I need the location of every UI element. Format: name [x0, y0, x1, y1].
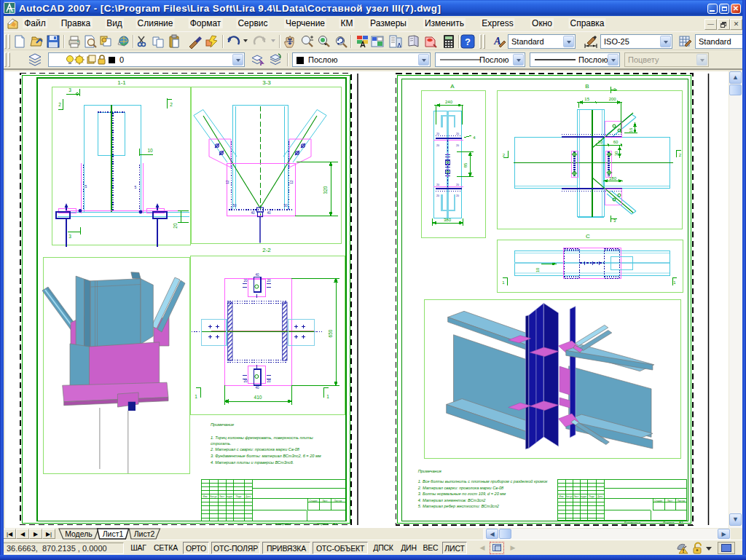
svg-text:Примечание: Примечание — [211, 422, 234, 427]
svg-text:5: 5 — [135, 185, 137, 189]
svg-text:12: 12 — [226, 180, 229, 184]
svg-text:50: 50 — [283, 204, 288, 208]
svg-text:20: 20 — [243, 379, 248, 383]
svg-text:А3: А3 — [333, 522, 337, 526]
svg-text:2. Материал сварки: проволока: 2. Материал сварки: проволока марки Св-0… — [417, 486, 504, 490]
svg-text:1: 1 — [673, 280, 676, 285]
svg-text:2: 2 — [503, 153, 506, 157]
svg-text:20: 20 — [456, 144, 459, 147]
svg-text:5. Материал ребер жесткости: В: 5. Материал ребер жесткости: ВСт3сп2 — [418, 504, 500, 508]
svg-text:2: 2 — [58, 102, 61, 107]
svg-text:5: 5 — [85, 184, 87, 189]
svg-text:85: 85 — [463, 162, 468, 167]
svg-text:?: ? — [465, 36, 471, 47]
svg-text:Изм: Изм — [203, 495, 208, 498]
svg-text:1: 1 — [502, 280, 505, 285]
svg-text:4. Материал элементов: ВСт3сп2: 4. Материал элементов: ВСт3сп2 — [418, 498, 487, 502]
svg-text:10: 10 — [147, 148, 153, 153]
svg-text:200: 200 — [609, 97, 617, 101]
svg-text:Модель: Модель — [65, 529, 93, 538]
svg-text:Дата: Дата — [246, 495, 251, 498]
svg-text:20: 20 — [456, 184, 459, 186]
svg-text:2. Материал с сварки: проволок: 2. Материал с сварки: проволока марки Св… — [210, 447, 300, 451]
svg-text:16: 16 — [629, 127, 633, 133]
svg-text:30: 30 — [614, 151, 619, 156]
svg-text:A: A — [450, 83, 455, 90]
svg-text:Стадия: Стадия — [654, 500, 662, 502]
svg-text:1: 1 — [326, 394, 329, 399]
svg-text:B: B — [585, 83, 589, 90]
svg-text:10: 10 — [535, 267, 540, 272]
svg-text:Кол.уч: Кол.уч — [565, 495, 573, 498]
svg-text:Подп: Подп — [589, 495, 594, 498]
svg-text:№док: №док — [581, 495, 587, 498]
svg-text:Листов: Листов — [678, 500, 686, 502]
svg-text:180: 180 — [609, 176, 617, 181]
svg-text:240: 240 — [445, 100, 453, 104]
svg-text:2: 2 — [679, 153, 682, 157]
svg-text:А3: А3 — [679, 521, 683, 524]
svg-text:60: 60 — [613, 140, 619, 144]
svg-text:4: 4 — [473, 135, 476, 140]
svg-text:Кол.уч: Кол.уч — [210, 495, 217, 498]
svg-text:40: 40 — [251, 211, 255, 215]
svg-text:Лист: Лист — [323, 500, 328, 502]
svg-text:3-3: 3-3 — [262, 79, 271, 86]
svg-text:1. Торец колонны фрезеровать,: 1. Торец колонны фрезеровать, поверхност… — [211, 435, 313, 440]
svg-text:Примечания: Примечания — [418, 469, 441, 473]
svg-text:Лист: Лист — [667, 500, 672, 502]
svg-text:410: 410 — [254, 395, 262, 400]
svg-text:1-1: 1-1 — [117, 79, 126, 86]
svg-text:20: 20 — [436, 144, 439, 147]
svg-text:1. Все болты выполнить с плотн: 1. Все болты выполнить с плотным приборо… — [418, 479, 548, 484]
svg-text:20: 20 — [243, 279, 248, 283]
svg-text:20: 20 — [436, 133, 439, 135]
svg-text:3. Фундаментные болты: материа: 3. Фундаментные болты: материал ВСт3пс2,… — [211, 454, 321, 458]
svg-text:Листов: Листов — [334, 500, 342, 502]
svg-text:Лист: Лист — [219, 495, 224, 498]
svg-text:20: 20 — [267, 379, 271, 383]
svg-text:40: 40 — [267, 211, 271, 215]
svg-text:320: 320 — [323, 186, 328, 194]
svg-text:Формат: Формат — [663, 521, 675, 524]
svg-text:20: 20 — [267, 279, 271, 283]
svg-text:2-2: 2-2 — [262, 247, 271, 253]
svg-text:Изм: Изм — [560, 495, 564, 498]
svg-text:C: C — [586, 233, 590, 240]
svg-text:1: 1 — [195, 394, 197, 399]
svg-text:Дата: Дата — [597, 495, 602, 498]
svg-text:Лист1: Лист1 — [103, 529, 124, 538]
svg-text:20: 20 — [436, 194, 439, 197]
svg-text:Лист2: Лист2 — [134, 529, 155, 538]
svg-text:3: 3 — [68, 87, 71, 92]
svg-text:650: 650 — [328, 329, 333, 337]
svg-text:4. Материал плиты и траверсы В: 4. Материал плиты и траверсы ВСт3пс6. — [211, 460, 294, 465]
svg-text:!: ! — [683, 548, 684, 553]
svg-text:20: 20 — [436, 184, 439, 186]
svg-text:20: 20 — [456, 133, 459, 135]
svg-text:20: 20 — [456, 194, 459, 197]
svg-text:40: 40 — [255, 386, 259, 390]
svg-text:строгать.: строгать. — [211, 441, 232, 446]
svg-text:20: 20 — [597, 140, 602, 144]
svg-text:50: 50 — [232, 204, 237, 208]
svg-text:2: 2 — [170, 102, 173, 107]
svg-text:20: 20 — [173, 223, 178, 229]
svg-text:Стадия: Стадия — [310, 500, 318, 502]
svg-text:Лист: Лист — [574, 495, 579, 498]
svg-text:380: 380 — [444, 218, 452, 222]
svg-text:№док: №док — [227, 495, 233, 498]
svg-text:Копировал: Копировал — [275, 522, 291, 526]
svg-text:Копировал: Копировал — [624, 521, 640, 524]
svg-text:Формат: Формат — [317, 522, 329, 526]
svg-text:15: 15 — [584, 97, 589, 101]
svg-text:12: 12 — [290, 180, 294, 184]
svg-text:Подп: Подп — [236, 495, 242, 498]
svg-text:3: 3 — [68, 234, 71, 239]
svg-text:40: 40 — [255, 273, 259, 277]
svg-text:3. Болты нормальные по гост 10: 3. Болты нормальные по гост 109, d = 20 … — [418, 492, 506, 496]
